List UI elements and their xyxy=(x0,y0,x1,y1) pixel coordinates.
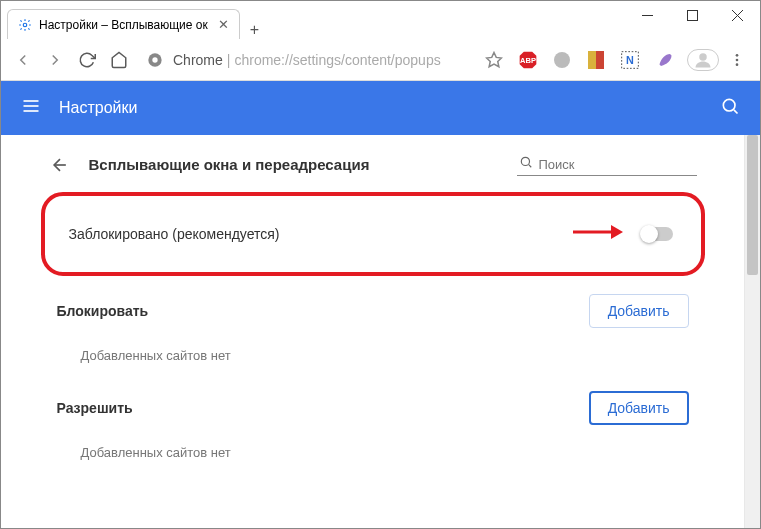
extension-icon-flag[interactable] xyxy=(586,50,606,70)
svg-line-23 xyxy=(734,110,738,114)
address-path: chrome://settings/content/popups xyxy=(234,52,440,68)
svg-text:ABP: ABP xyxy=(520,56,536,65)
tab-title: Настройки – Всплывающие ок xyxy=(39,18,208,32)
extension-icon-feather[interactable] xyxy=(654,50,674,70)
extension-icon-n[interactable]: N xyxy=(620,50,640,70)
svg-marker-28 xyxy=(611,225,623,239)
block-add-button[interactable]: Добавить xyxy=(589,294,689,328)
blocked-toggle[interactable] xyxy=(641,227,673,241)
browser-menu-icon[interactable] xyxy=(727,50,747,70)
annotation-arrow-icon xyxy=(571,222,623,246)
svg-point-18 xyxy=(736,63,739,66)
breadcrumb-row: Всплывающие окна и переадресация xyxy=(33,153,713,186)
bookmark-star-icon[interactable] xyxy=(484,50,504,70)
svg-point-16 xyxy=(736,54,739,57)
allow-empty-text: Добавленных сайтов нет xyxy=(57,425,689,460)
block-section-title: Блокировать xyxy=(57,303,149,319)
address-bar[interactable]: Chrome | chrome://settings/content/popup… xyxy=(173,52,441,68)
adblock-extension-icon[interactable]: ABP xyxy=(518,50,538,70)
toolbar: Chrome | chrome://settings/content/popup… xyxy=(1,39,760,81)
back-arrow-icon[interactable] xyxy=(49,154,71,176)
hamburger-menu-icon[interactable] xyxy=(21,96,41,120)
window-maximize-button[interactable] xyxy=(670,1,715,29)
settings-header: Настройки xyxy=(1,81,760,135)
block-section: Блокировать Добавить Добавленных сайтов … xyxy=(33,294,713,363)
settings-gear-icon xyxy=(18,18,32,32)
page-title: Всплывающие окна и переадресация xyxy=(89,156,370,173)
allow-section-title: Разрешить xyxy=(57,400,133,416)
svg-rect-11 xyxy=(588,51,596,69)
svg-text:N: N xyxy=(626,54,634,66)
svg-point-25 xyxy=(521,157,529,165)
svg-marker-7 xyxy=(487,52,502,66)
svg-rect-2 xyxy=(688,10,698,20)
toggle-label: Заблокировано (рекомендуется) xyxy=(69,226,280,242)
window-titlebar: Настройки – Всплывающие ок ✕ + xyxy=(1,1,760,39)
chrome-icon xyxy=(147,52,163,68)
svg-line-26 xyxy=(528,165,531,168)
svg-point-10 xyxy=(554,52,570,68)
window-close-button[interactable] xyxy=(715,1,760,29)
address-origin: Chrome xyxy=(173,52,223,68)
nav-forward-button xyxy=(41,46,69,74)
block-empty-text: Добавленных сайтов нет xyxy=(57,328,689,363)
allow-add-button[interactable]: Добавить xyxy=(589,391,689,425)
svg-point-6 xyxy=(152,57,157,62)
highlighted-toggle-row: Заблокировано (рекомендуется) xyxy=(41,192,705,276)
scrollbar-thumb[interactable] xyxy=(747,135,758,275)
svg-point-17 xyxy=(736,58,739,61)
window-minimize-button[interactable] xyxy=(625,1,670,29)
search-icon xyxy=(519,155,533,173)
profile-avatar-icon[interactable] xyxy=(693,50,713,70)
extension-icon-grey[interactable] xyxy=(552,50,572,70)
vertical-scrollbar[interactable] xyxy=(744,135,760,528)
settings-header-title: Настройки xyxy=(59,99,137,117)
nav-reload-button[interactable] xyxy=(73,46,101,74)
tab-close-icon[interactable]: ✕ xyxy=(218,17,229,32)
new-tab-button[interactable]: + xyxy=(250,21,259,39)
content-area: Всплывающие окна и переадресация Заблоки… xyxy=(1,135,744,528)
svg-point-0 xyxy=(23,23,27,27)
allow-section: Разрешить Добавить Добавленных сайтов не… xyxy=(33,391,713,460)
header-search-icon[interactable] xyxy=(720,96,740,120)
search-field[interactable] xyxy=(517,153,697,176)
svg-point-22 xyxy=(723,99,735,111)
nav-home-button[interactable] xyxy=(105,46,133,74)
toggle-knob xyxy=(640,225,658,243)
nav-back-button[interactable] xyxy=(9,46,37,74)
svg-rect-12 xyxy=(596,51,604,69)
search-input[interactable] xyxy=(539,157,695,172)
browser-tab[interactable]: Настройки – Всплывающие ок ✕ xyxy=(7,9,240,39)
